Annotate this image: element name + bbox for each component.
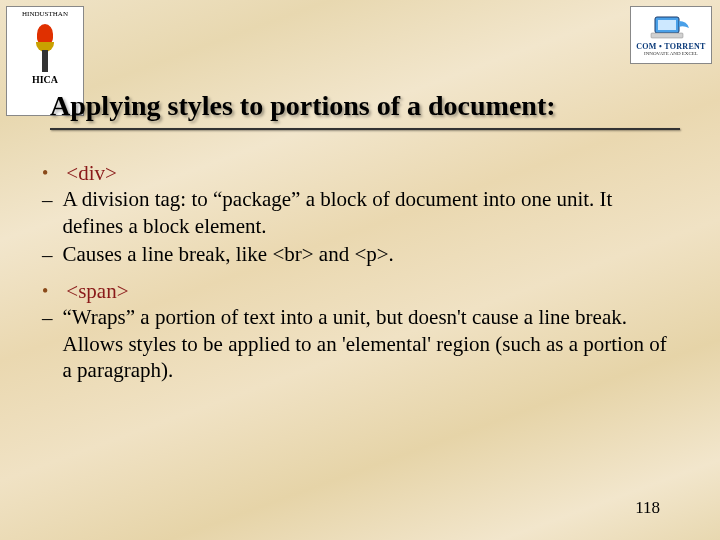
dash-icon: – xyxy=(42,242,53,268)
svg-rect-1 xyxy=(658,20,676,30)
sub-bullet-text: “Wraps” a portion of text into a unit, b… xyxy=(63,304,671,383)
page-number: 118 xyxy=(635,498,660,518)
sub-bullet-item: – “Wraps” a portion of text into a unit,… xyxy=(42,304,670,383)
left-logo-top-text: HINDUSTHAN xyxy=(22,10,68,18)
right-logo-tagline: INNOVATE AND EXCEL xyxy=(644,51,698,56)
bullet-head: <span> xyxy=(66,278,128,304)
bullet-item: • <span> – “Wraps” a portion of text int… xyxy=(42,278,670,383)
sub-bullet-item: – A division tag: to “package” a block o… xyxy=(42,186,670,239)
svg-rect-2 xyxy=(651,33,683,38)
sub-bullet-text: Causes a line break, like <br> and <p>. xyxy=(63,241,671,268)
sub-bullet-item: – Causes a line break, like <br> and <p>… xyxy=(42,241,670,268)
sub-bullet-text: A division tag: to “package” a block of … xyxy=(63,186,671,239)
bullet-item: • <div> – A division tag: to “package” a… xyxy=(42,160,670,268)
dash-icon: – xyxy=(42,187,53,239)
dash-icon: – xyxy=(42,305,53,383)
computer-icon xyxy=(649,15,693,41)
slide-title: Applying styles to portions of a documen… xyxy=(50,90,680,122)
bullet-icon: • xyxy=(42,162,48,186)
bullet-icon: • xyxy=(42,280,48,304)
title-underline xyxy=(50,128,680,130)
content-area: • <div> – A division tag: to “package” a… xyxy=(42,160,670,393)
bullet-head: <div> xyxy=(66,160,117,186)
right-org-logo: COM • TORRENT INNOVATE AND EXCEL xyxy=(630,6,712,64)
right-logo-brand: COM • TORRENT xyxy=(636,42,706,51)
left-logo-name: HICA xyxy=(32,74,58,85)
title-block: Applying styles to portions of a documen… xyxy=(50,90,680,130)
torch-icon xyxy=(29,22,61,72)
